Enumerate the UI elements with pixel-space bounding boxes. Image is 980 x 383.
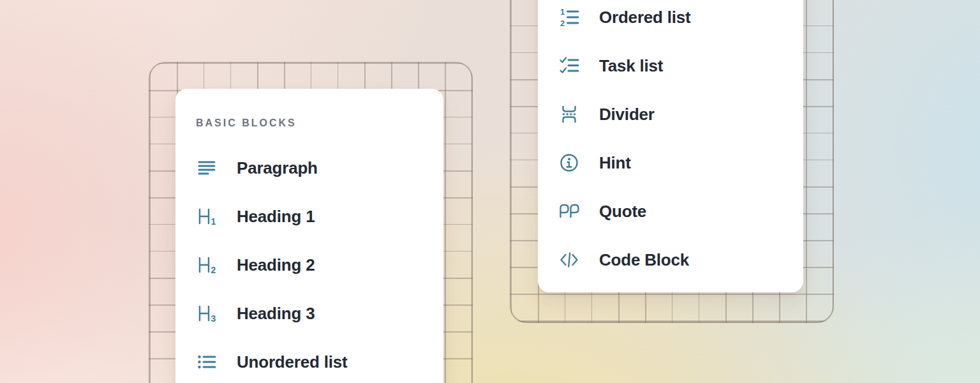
menu-item-label: Paragraph [237,158,318,178]
paragraph-icon [196,157,218,179]
menu-item-code-block[interactable]: Code Block [538,236,803,284]
menu-item-heading-3[interactable]: 3 Heading 3 [175,289,443,338]
divider-icon [558,103,580,125]
menu-item-ordered-list[interactable]: 1 2 Ordered list [538,0,803,41]
heading-3-icon: 3 [196,303,218,324]
menu-item-label: Task list [599,56,663,76]
quote-icon [558,200,580,222]
menu-item-task-list[interactable]: Task list [538,41,803,90]
menu-item-paragraph[interactable]: Paragraph [175,144,443,192]
unordered-list-icon [196,351,218,373]
blocks-menu-continued: 1 2 Ordered list Task list [538,0,803,292]
hint-icon [558,152,580,174]
menu-item-quote[interactable]: Quote [538,187,803,236]
menu-item-label: Heading 3 [237,304,315,324]
heading-2-icon: 2 [196,254,218,276]
menu-item-hint[interactable]: Hint [538,139,803,187]
menu-item-label: Divider [599,105,655,124]
heading-1-icon: 1 [196,206,218,227]
block-picker-hero: BASIC BLOCKS Paragraph 1 Heading 1 2 Hea… [0,0,980,383]
svg-text:1: 1 [560,7,565,17]
task-list-icon [558,55,580,77]
svg-text:2: 2 [560,19,565,28]
basic-blocks-menu: BASIC BLOCKS Paragraph 1 Heading 1 2 Hea… [175,89,443,383]
code-block-icon [558,249,580,271]
menu-item-label: Hint [599,153,631,173]
menu-item-divider[interactable]: Divider [538,90,803,139]
menu-item-label: Ordered list [599,8,691,27]
menu-item-label: Unordered list [237,352,347,372]
svg-text:2: 2 [211,265,216,275]
menu-item-label: Quote [599,202,646,222]
ordered-list-icon: 1 2 [558,6,580,28]
svg-text:3: 3 [211,313,216,324]
section-label: BASIC BLOCKS [196,117,443,130]
menu-item-heading-1[interactable]: 1 Heading 1 [175,192,443,241]
menu-item-label: Heading 2 [237,255,315,275]
menu-item-unordered-list[interactable]: Unordered list [175,338,443,383]
menu-item-heading-2[interactable]: 2 Heading 2 [175,241,443,289]
svg-text:1: 1 [211,216,216,227]
menu-item-label: Heading 1 [237,207,315,227]
menu-item-label: Code Block [599,250,689,270]
